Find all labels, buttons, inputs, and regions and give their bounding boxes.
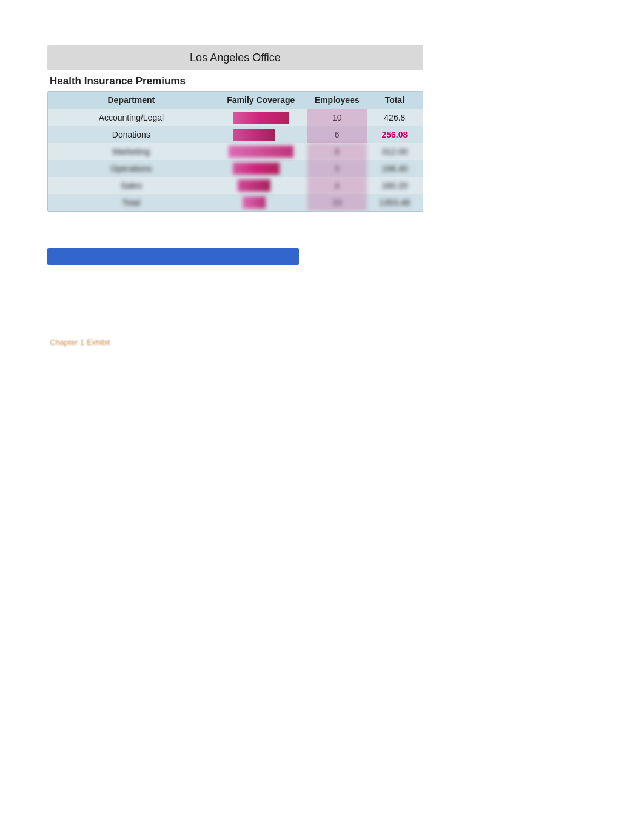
table-row: Total 33 1353.48 <box>48 194 423 211</box>
family-coverage-cell <box>215 126 307 143</box>
table-body: Accounting/Legal 10 426.8 Donations <box>48 109 423 211</box>
family-coverage-cell <box>215 143 307 160</box>
total-cell: 160.20 <box>367 177 423 194</box>
col-header-employees: Employees <box>307 92 367 109</box>
col-header-family-coverage: Family Coverage <box>215 92 307 109</box>
table-row: Donations 6 256.08 <box>48 126 423 143</box>
table-row: Marketing 8 312.00 <box>48 143 423 160</box>
report-wrapper: Los Angeles Office Health Insurance Prem… <box>47 45 423 347</box>
table-row: Accounting/Legal 10 426.8 <box>48 109 423 126</box>
blue-bar <box>47 248 299 265</box>
office-header: Los Angeles Office <box>47 45 423 70</box>
total-cell: 198.40 <box>367 160 423 177</box>
employees-cell: 5 <box>307 160 367 177</box>
dept-cell: Sales <box>48 177 215 194</box>
employees-cell: 4 <box>307 177 367 194</box>
total-cell: 426.8 <box>367 109 423 126</box>
employees-cell: 6 <box>307 126 367 143</box>
employees-cell: 10 <box>307 109 367 126</box>
col-header-total: Total <box>367 92 423 109</box>
data-table: Department Family Coverage Employees Tot… <box>48 92 423 211</box>
table-container: Department Family Coverage Employees Tot… <box>47 91 423 212</box>
col-header-department: Department <box>48 92 215 109</box>
table-row: Sales 4 160.20 <box>48 177 423 194</box>
dept-cell: Total <box>48 194 215 211</box>
family-coverage-cell <box>215 109 307 126</box>
total-cell-highlight: 256.08 <box>367 126 423 143</box>
dept-cell: Marketing <box>48 143 215 160</box>
total-cell: 1353.48 <box>367 194 423 211</box>
employees-cell: 8 <box>307 143 367 160</box>
family-coverage-cell <box>215 177 307 194</box>
table-row: Operations 5 198.40 <box>48 160 423 177</box>
section-title: Health Insurance Premiums <box>47 75 423 87</box>
page-container: Los Angeles Office Health Insurance Prem… <box>0 45 644 835</box>
dept-cell: Donations <box>48 126 215 143</box>
family-coverage-cell <box>215 194 307 211</box>
total-cell: 312.00 <box>367 143 423 160</box>
dept-cell: Accounting/Legal <box>48 109 215 126</box>
office-title: Los Angeles Office <box>190 52 281 64</box>
footer-text: Chapter 1 Exhibit <box>47 338 423 347</box>
second-section <box>47 248 302 265</box>
family-coverage-cell <box>215 160 307 177</box>
table-header: Department Family Coverage Employees Tot… <box>48 92 423 109</box>
dept-cell: Operations <box>48 160 215 177</box>
employees-cell: 33 <box>307 194 367 211</box>
